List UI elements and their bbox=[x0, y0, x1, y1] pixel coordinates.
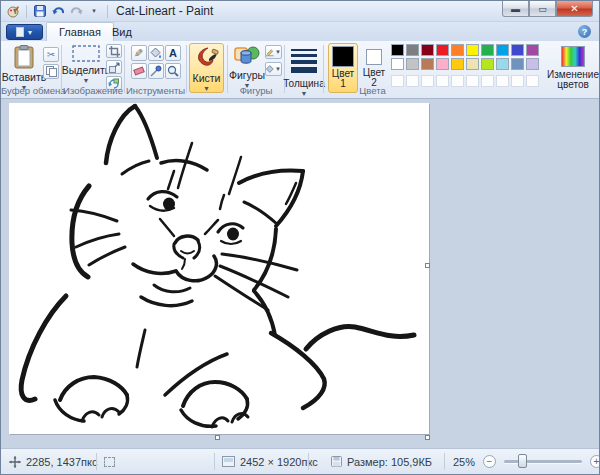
zoom-in-button[interactable]: + bbox=[590, 455, 600, 468]
eraser-icon bbox=[133, 66, 144, 75]
zoom-controls: 25% − + bbox=[453, 449, 600, 474]
color-palette bbox=[391, 44, 541, 90]
palette-swatch[interactable] bbox=[406, 44, 419, 56]
copy-button[interactable] bbox=[43, 64, 59, 79]
zoom-slider[interactable] bbox=[504, 460, 582, 463]
minimize-button[interactable]: ▬ bbox=[502, 1, 529, 17]
maximize-button[interactable]: ▭ bbox=[529, 1, 556, 17]
canvas-resize-handle-corner[interactable] bbox=[425, 435, 430, 440]
palette-swatch[interactable] bbox=[451, 58, 464, 70]
scissors-icon: ✂ bbox=[47, 49, 55, 60]
palette-empty-slot[interactable] bbox=[511, 75, 524, 87]
magnifier-tool-button[interactable] bbox=[165, 63, 181, 79]
cut-button[interactable]: ✂ bbox=[43, 47, 59, 62]
rainbow-palette-icon bbox=[561, 46, 585, 67]
help-icon[interactable]: ? bbox=[578, 25, 591, 38]
palette-swatch[interactable] bbox=[526, 44, 539, 56]
window-controls: ▬ ▭ ✕ bbox=[502, 1, 593, 17]
select-button[interactable]: Выделить ▼ bbox=[66, 44, 106, 85]
close-button[interactable]: ✕ bbox=[556, 1, 593, 17]
canvas-resize-handle-bottom[interactable] bbox=[215, 435, 220, 440]
qat-separator bbox=[26, 5, 27, 18]
image-size-icon bbox=[222, 456, 235, 467]
drawing-canvas[interactable] bbox=[9, 103, 429, 434]
save-button[interactable] bbox=[33, 4, 47, 18]
ribbon: Вставить ▼ ✂ Буфер обмена Выделить ▼ bbox=[1, 41, 599, 99]
magnifier-icon bbox=[167, 65, 179, 77]
ribbon-tab-row: ▼ Главная Вид ? bbox=[1, 22, 599, 41]
palette-swatch[interactable] bbox=[436, 58, 449, 70]
palette-swatch[interactable] bbox=[481, 58, 494, 70]
group-label-tools: Инструменты bbox=[125, 85, 186, 96]
palette-swatch[interactable] bbox=[421, 44, 434, 56]
palette-swatch[interactable] bbox=[436, 44, 449, 56]
palette-swatch[interactable] bbox=[511, 58, 524, 70]
palette-swatch[interactable] bbox=[526, 58, 539, 70]
paint-bucket-icon bbox=[150, 47, 162, 59]
crop-icon bbox=[109, 46, 120, 57]
tab-view[interactable]: Вид bbox=[100, 22, 144, 41]
file-size-text: Размер: 105,9КБ bbox=[347, 456, 432, 468]
crop-button[interactable] bbox=[106, 44, 122, 58]
brushes-button[interactable]: Кисти ▼ bbox=[189, 43, 224, 93]
qat-customize-dropdown[interactable]: ▾ bbox=[87, 4, 101, 18]
palette-swatch[interactable] bbox=[496, 44, 509, 56]
palette-swatch[interactable] bbox=[466, 44, 479, 56]
canvas-image-cat bbox=[9, 103, 429, 434]
palette-swatch[interactable] bbox=[496, 58, 509, 70]
palette-swatch[interactable] bbox=[406, 58, 419, 70]
shape-outline-button[interactable]: ▼ bbox=[265, 45, 282, 59]
pencil-tool-button[interactable]: ✎ bbox=[131, 45, 147, 61]
window-title: Cat-Lineart - Paint bbox=[116, 4, 213, 18]
palette-swatch[interactable] bbox=[451, 44, 464, 56]
color2-swatch bbox=[366, 49, 382, 65]
brush-icon bbox=[195, 46, 219, 70]
file-size-indicator: Размер: 105,9КБ bbox=[331, 449, 432, 474]
quick-access-toolbar: ▾ bbox=[6, 4, 110, 18]
resize-button[interactable] bbox=[106, 60, 122, 74]
crosshair-icon bbox=[9, 456, 21, 468]
shape-fill-button[interactable]: ▼ bbox=[265, 62, 282, 76]
zoom-slider-thumb[interactable] bbox=[518, 454, 527, 468]
palette-swatch[interactable] bbox=[466, 58, 479, 70]
group-clipboard: Вставить ▼ ✂ Буфер обмена bbox=[1, 41, 61, 98]
group-tools: ✎ A Инструменты bbox=[125, 41, 186, 98]
palette-swatch[interactable] bbox=[421, 58, 434, 70]
chevron-down-icon: ▼ bbox=[275, 49, 281, 55]
selection-size-indicator bbox=[104, 449, 115, 474]
group-image: Выделить ▼ Изображение bbox=[62, 41, 124, 98]
image-size-indicator: 2452 × 1920пкс bbox=[222, 449, 318, 474]
zoom-out-button[interactable]: − bbox=[483, 455, 496, 468]
fill-tool-button[interactable] bbox=[148, 45, 164, 61]
edit-colors-button[interactable]: Изменение цветов bbox=[546, 43, 600, 91]
shapes-button[interactable]: Фигуры ▼ bbox=[230, 44, 264, 90]
paint-menu-button[interactable]: ▼ bbox=[6, 24, 43, 40]
line-thickness-icon bbox=[291, 46, 317, 73]
image-size-text: 2452 × 1920пкс bbox=[240, 456, 318, 468]
fill-color-icon bbox=[266, 64, 275, 74]
undo-button[interactable] bbox=[51, 4, 65, 18]
palette-swatch[interactable] bbox=[481, 44, 494, 56]
redo-button[interactable] bbox=[69, 4, 83, 18]
cursor-position-indicator: 2285, 1437пкс bbox=[9, 449, 97, 474]
title-bar: ▾ Cat-Lineart - Paint ▬ ▭ ✕ bbox=[1, 1, 599, 22]
color1-swatch bbox=[332, 46, 354, 67]
canvas-resize-handle-right[interactable] bbox=[425, 263, 430, 268]
resize-icon bbox=[109, 62, 120, 73]
group-colors: Цвет 1 Цвет 2 Изменение цветов Цвета bbox=[324, 41, 600, 98]
palette-swatch[interactable] bbox=[391, 44, 404, 56]
eraser-tool-button[interactable] bbox=[131, 63, 147, 79]
outline-pen-icon bbox=[266, 47, 275, 57]
palette-swatch[interactable] bbox=[511, 44, 524, 56]
selection-icon bbox=[104, 457, 115, 467]
qat-separator2 bbox=[107, 5, 108, 18]
eyedropper-tool-button[interactable] bbox=[148, 63, 164, 79]
copy-icon bbox=[46, 66, 57, 77]
chevron-down-icon: ▼ bbox=[83, 77, 90, 84]
eyedropper-icon bbox=[150, 65, 162, 77]
palette-swatch[interactable] bbox=[391, 58, 404, 70]
palette-empty-slot[interactable] bbox=[526, 75, 539, 87]
text-tool-button[interactable]: A bbox=[165, 45, 181, 61]
pencil-icon: ✎ bbox=[134, 47, 143, 60]
text-icon: A bbox=[169, 47, 177, 59]
